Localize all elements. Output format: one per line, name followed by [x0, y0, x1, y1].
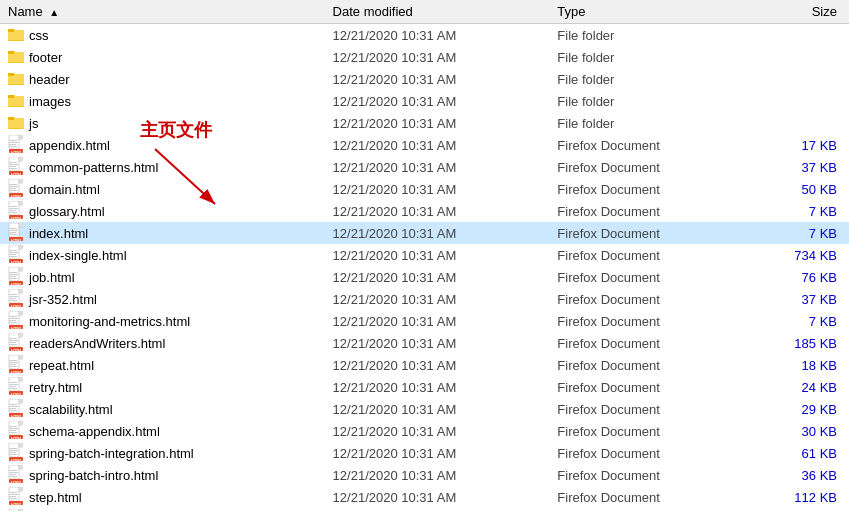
table-row[interactable]: HTML domain.html12/21/2020 10:31 AMFiref…	[0, 178, 849, 200]
table-row[interactable]: HTML appendix.html12/21/2020 10:31 AMFir…	[0, 134, 849, 156]
file-date-cell: 12/21/2020 10:31 AM	[325, 46, 550, 68]
col-type-label: Type	[557, 4, 585, 19]
col-name-label: Name	[8, 4, 43, 19]
svg-rect-80	[9, 274, 18, 275]
svg-rect-43	[9, 184, 17, 185]
svg-text:HTML: HTML	[11, 325, 23, 329]
svg-rect-76	[19, 267, 23, 271]
col-header-type[interactable]: Type	[549, 0, 749, 24]
table-row[interactable]: HTML repeat.html12/21/2020 10:31 AMFiref…	[0, 354, 849, 376]
table-row[interactable]: HTML scalability.html12/21/2020 10:31 AM…	[0, 398, 849, 420]
size-value: 50 KB	[802, 182, 837, 197]
svg-rect-81	[9, 276, 16, 277]
file-name-cell: js	[0, 112, 260, 134]
svg-rect-162	[9, 474, 16, 475]
svg-text:HTML: HTML	[11, 501, 23, 505]
file-date-cell: 12/21/2020 10:31 AM	[325, 244, 550, 266]
svg-rect-61	[9, 228, 17, 229]
size-value: 7 KB	[809, 226, 837, 241]
svg-text:HTML: HTML	[11, 215, 23, 219]
svg-rect-136	[9, 410, 17, 411]
html-file-icon: HTML	[8, 465, 24, 486]
file-name-text: spring-batch-integration.html	[29, 446, 194, 461]
file-name-text: retry.html	[29, 380, 82, 395]
file-date-cell: 12/21/2020 10:31 AM	[325, 68, 550, 90]
svg-rect-145	[9, 432, 17, 433]
svg-rect-11	[8, 73, 14, 76]
svg-rect-35	[9, 164, 18, 165]
file-list[interactable]: Name ▲ Date modified Type Size css12/21/…	[0, 0, 849, 511]
file-name-text: appendix.html	[29, 138, 110, 153]
file-name-cell: HTML scalability.html	[0, 398, 260, 420]
table-row[interactable]: HTML glossary.html12/21/2020 10:31 AMFir…	[0, 200, 849, 222]
file-type-cell: File folder	[549, 90, 749, 112]
svg-rect-161	[9, 472, 18, 473]
table-row[interactable]: HTML readersAndWriters.html12/21/2020 10…	[0, 332, 849, 354]
table-row[interactable]: HTML spring-batch-integration.html12/21/…	[0, 442, 849, 464]
svg-rect-46	[9, 190, 17, 191]
size-value: 7 KB	[809, 204, 837, 219]
svg-rect-152	[9, 450, 18, 451]
svg-rect-15	[8, 95, 14, 98]
file-name-cell: HTML jsr-352.html	[0, 288, 260, 310]
file-type-cell: Firefox Document	[549, 420, 749, 442]
html-file-icon: HTML	[8, 289, 24, 310]
file-type-cell: Firefox Document	[549, 376, 749, 398]
table-row[interactable]: images12/21/2020 10:31 AMFile folder	[0, 90, 849, 112]
table-row[interactable]: HTML job.html12/21/2020 10:31 AMFirefox …	[0, 266, 849, 288]
table-row[interactable]: js12/21/2020 10:31 AMFile folder	[0, 112, 849, 134]
svg-rect-169	[9, 492, 17, 493]
table-row[interactable]: HTML jsr-352.html12/21/2020 10:31 AMFire…	[0, 288, 849, 310]
col-header-date[interactable]: Date modified	[325, 0, 550, 24]
file-name-text: jsr-352.html	[29, 292, 97, 307]
svg-rect-125	[9, 384, 18, 385]
col-header-name[interactable]: Name ▲	[0, 0, 325, 24]
html-file-icon: HTML	[8, 135, 24, 156]
file-name-text: monitoring-and-metrics.html	[29, 314, 190, 329]
html-file-icon: HTML	[8, 179, 24, 200]
table-row[interactable]: css12/21/2020 10:31 AMFile folder	[0, 24, 849, 47]
file-type-cell: Firefox Document	[549, 200, 749, 222]
html-file-icon: HTML	[8, 443, 24, 464]
file-name-cell: HTML domain.html	[0, 178, 260, 200]
svg-rect-133	[9, 404, 17, 405]
file-size-cell: 30 KB	[749, 420, 849, 442]
table-row[interactable]: header12/21/2020 10:31 AMFile folder	[0, 68, 849, 90]
size-value: 24 KB	[802, 380, 837, 395]
size-value: 112 KB	[794, 490, 837, 505]
svg-rect-139	[19, 421, 23, 425]
svg-rect-99	[9, 320, 16, 321]
svg-rect-171	[9, 496, 16, 497]
size-value: 76 KB	[802, 270, 837, 285]
svg-rect-151	[9, 448, 17, 449]
svg-rect-172	[9, 498, 17, 499]
table-row[interactable]: HTML index.html12/21/2020 10:31 AMFirefo…	[0, 222, 849, 244]
file-type-cell: Firefox Document	[549, 354, 749, 376]
file-date-cell: 12/21/2020 10:31 AM	[325, 90, 550, 112]
file-type-cell: Firefox Document	[549, 332, 749, 354]
file-type-cell: Firefox Document	[549, 288, 749, 310]
svg-rect-106	[9, 338, 17, 339]
table-row[interactable]: footer12/21/2020 10:31 AMFile folder	[0, 46, 849, 68]
svg-rect-103	[19, 333, 23, 337]
table-row[interactable]: HTML retry.html12/21/2020 10:31 AMFirefo…	[0, 376, 849, 398]
svg-text:HTML: HTML	[11, 369, 23, 373]
file-name-cell: HTML appendix.html	[0, 134, 260, 156]
table-row[interactable]: HTML spring-batch-intro.html12/21/2020 1…	[0, 464, 849, 486]
file-date-cell: 12/21/2020 10:31 AM	[325, 266, 550, 288]
file-name-text: css	[29, 28, 49, 43]
file-name-cell: header	[0, 68, 260, 90]
table-row[interactable]: HTML monitoring-and-metrics.html12/21/20…	[0, 310, 849, 332]
html-file-icon: HTML	[8, 377, 24, 398]
html-file-icon: HTML	[8, 399, 24, 420]
col-header-size[interactable]: Size	[749, 0, 849, 24]
table-row[interactable]: HTML common-patterns.html12/21/2020 10:3…	[0, 156, 849, 178]
file-type-cell: File folder	[549, 112, 749, 134]
svg-text:HTML: HTML	[11, 347, 23, 351]
table-row[interactable]: HTML index-single.html12/21/2020 10:31 A…	[0, 244, 849, 266]
size-value: 17 KB	[802, 138, 837, 153]
table-row[interactable]: HTML schema-appendix.html12/21/2020 10:3…	[0, 420, 849, 442]
table-row[interactable]: HTML step.html12/21/2020 10:31 AMFirefox…	[0, 486, 849, 508]
file-type-cell: Firefox Document	[549, 156, 749, 178]
svg-text:HTML: HTML	[11, 149, 23, 153]
